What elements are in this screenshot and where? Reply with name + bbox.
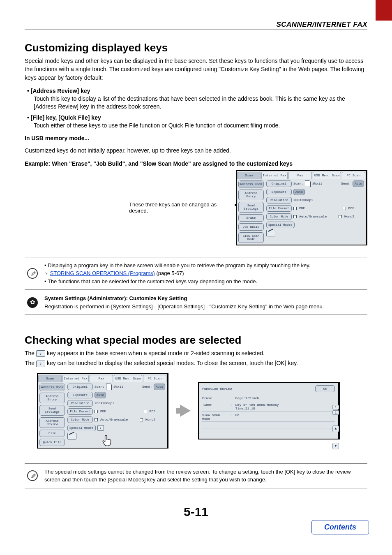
fr-page-current: 1 <box>332 405 339 409</box>
side-address-entry-b[interactable]: Address Entry <box>39 393 65 403</box>
scroll-down-button[interactable]: ▼ <box>332 443 339 449</box>
btn-color-mode-b[interactable]: Color Mode <box>67 416 93 423</box>
tab-fax[interactable]: Fax <box>288 172 312 179</box>
note1-line1: Displaying a program key in the base scr… <box>48 262 310 268</box>
side-file-b[interactable]: File <box>39 430 65 437</box>
val-send-auto-b[interactable]: Auto <box>154 384 165 390</box>
side-address-book[interactable]: Address Book <box>238 180 264 188</box>
tab-scan-b[interactable]: Scan <box>38 375 62 382</box>
info-icon-button[interactable]: i <box>97 425 104 431</box>
device-screen-base: Scan Internet Fax Fax USB Mem. Scan PC S… <box>37 373 168 449</box>
header-accent-block <box>376 0 392 21</box>
tab-scan[interactable]: Scan <box>237 172 261 179</box>
fr-row0-val: Edge:1/2inch <box>235 396 259 400</box>
bullet1-body: Touch this key to display a list of the … <box>34 95 367 111</box>
hand-cursor-icon <box>102 435 113 448</box>
tab-internet-fax[interactable]: Internet Fax <box>261 172 288 179</box>
btn-file-format-b[interactable]: File Format <box>67 408 93 415</box>
tab-usb-mem-scan[interactable]: USB Mem. Scan <box>313 172 341 179</box>
btn-special-modes-b[interactable]: Special Modes <box>67 425 96 431</box>
file-icon-1 <box>293 206 297 210</box>
side-erase[interactable]: Erase <box>238 214 264 222</box>
heading-customizing: Customizing displayed keys <box>25 42 367 54</box>
side-address-entry[interactable]: Address Entry <box>238 190 264 200</box>
tab-internet-fax-b[interactable]: Internet Fax <box>62 375 89 382</box>
val-resolution-b: 200X200dpi <box>95 401 114 405</box>
tab-pc-scan[interactable]: PC Scan <box>342 172 365 179</box>
info-icon-inline-1: i <box>36 350 45 357</box>
btn-resolution-b[interactable]: Resolution <box>67 400 93 407</box>
pointing-hand-icon: ☞ <box>44 271 48 276</box>
val-send-auto[interactable]: Auto <box>353 180 364 187</box>
pen-icon-b[interactable] <box>67 433 76 439</box>
fr-row1-val: Day of the Week:Monday Time:21:10 <box>235 403 279 410</box>
btn-original-b[interactable]: Original <box>67 384 93 390</box>
color-icon-1b <box>95 418 99 421</box>
val-resolution: 200X200dpi <box>293 198 313 202</box>
btn-exposure[interactable]: Exposure <box>266 189 292 195</box>
tab-usb-mem-scan-b[interactable]: USB Mem. Scan <box>114 375 142 382</box>
fr-row2-label: Slow Scan Mode <box>202 413 227 421</box>
s2-line1b: key appears in the base screen when a sp… <box>47 350 265 356</box>
contents-button[interactable]: Contents <box>311 520 369 534</box>
usb-body: Customized keys do not initially appear,… <box>25 147 367 154</box>
side-quick-file-b[interactable]: Quick File <box>39 439 65 446</box>
val-ff-1: PDF <box>299 206 305 210</box>
btn-file-format[interactable]: File Format <box>266 205 292 212</box>
side-address-book-b[interactable]: Address Book <box>39 384 65 391</box>
note1-line2: The functions that can be selected for t… <box>44 278 310 286</box>
bullet1-head: • [Address Review] key <box>27 88 367 94</box>
val-cm-1: Auto/Grayscale <box>299 215 327 218</box>
file-icon-2b <box>144 409 148 413</box>
val-exposure-auto-b[interactable]: Auto <box>95 392 106 398</box>
tab-pc-scan-b[interactable]: PC Scan <box>143 375 166 382</box>
side-send-settings-b[interactable]: Send Settings <box>39 405 65 416</box>
bullet2-body: Touch either of these keys to use the Fi… <box>34 122 367 130</box>
arrow-right-icon <box>176 405 191 417</box>
note-system-settings: ✿ System Settings (Administrator): Custo… <box>25 290 367 315</box>
btn-color-mode[interactable]: Color Mode <box>266 213 292 220</box>
fr-row1-label: Timer <box>202 403 227 410</box>
val-cm-2b: Mono2 <box>145 418 155 421</box>
color-icon-2 <box>339 215 343 218</box>
file-icon-1b <box>95 409 99 413</box>
val-cm-2: Mono2 <box>344 215 354 218</box>
side-address-review-b[interactable]: Address Review <box>39 417 65 428</box>
note1-link-page: (page 5-67) <box>155 270 184 276</box>
fr-row0-label: Erase <box>202 396 227 400</box>
info-icon-inline-2: i <box>36 361 45 367</box>
val-ff-2b: PDF <box>150 409 155 413</box>
device-screen-example: Scan Internet Fax Fax USB Mem. Scan PC S… <box>236 170 367 245</box>
side-send-settings[interactable]: Send Settings <box>238 202 264 213</box>
side-job-build[interactable]: Job Build <box>238 223 264 231</box>
side-slow-scan-mode[interactable]: Slow Scan Mode <box>238 232 264 243</box>
pen-icon[interactable] <box>266 230 275 236</box>
bullet2-head: • [File] key, [Quick File] key <box>27 114 367 121</box>
ok-button[interactable]: OK <box>315 385 335 392</box>
btn-exposure-b[interactable]: Exposure <box>67 392 93 398</box>
note3-body: The special mode settings cannot be chan… <box>44 468 366 484</box>
fr-page-total: 1 <box>332 410 339 415</box>
scroll-up-button[interactable]: ▲ <box>332 426 339 432</box>
btn-original[interactable]: Original <box>266 180 292 187</box>
page-icon <box>305 180 311 187</box>
s2-line2a: The <box>25 360 36 366</box>
val-scan-b: 8½x11 <box>113 385 123 388</box>
note2-title: System Settings (Administrator): Customi… <box>44 294 324 303</box>
para-intro: Special mode keys and other keys can be … <box>25 57 367 82</box>
page-number: 5-11 <box>25 505 367 519</box>
val-cm-1b: Auto/Grayscale <box>100 418 128 421</box>
file-icon-2 <box>343 206 347 210</box>
example-head: Example: When "Erase", "Job Build", and … <box>25 160 367 167</box>
lbl-send-b: Send: <box>142 385 152 388</box>
link-storing-scan-operations[interactable]: STORING SCAN OPERATIONS (Programs) <box>50 270 155 276</box>
tab-fax-b[interactable]: Fax <box>90 375 113 382</box>
note2-body: Registration is performed in [System Set… <box>44 303 324 311</box>
val-exposure-auto[interactable]: Auto <box>293 189 305 195</box>
s2-line2b: key can be touched to display the select… <box>47 360 298 366</box>
btn-special-modes[interactable]: Special Modes <box>266 222 295 228</box>
page-icon-b <box>106 384 112 390</box>
lbl-scan-b: Scan: <box>95 385 104 388</box>
example-caption: These three keys can be changed as desir… <box>129 201 228 214</box>
btn-resolution[interactable]: Resolution <box>266 197 292 204</box>
